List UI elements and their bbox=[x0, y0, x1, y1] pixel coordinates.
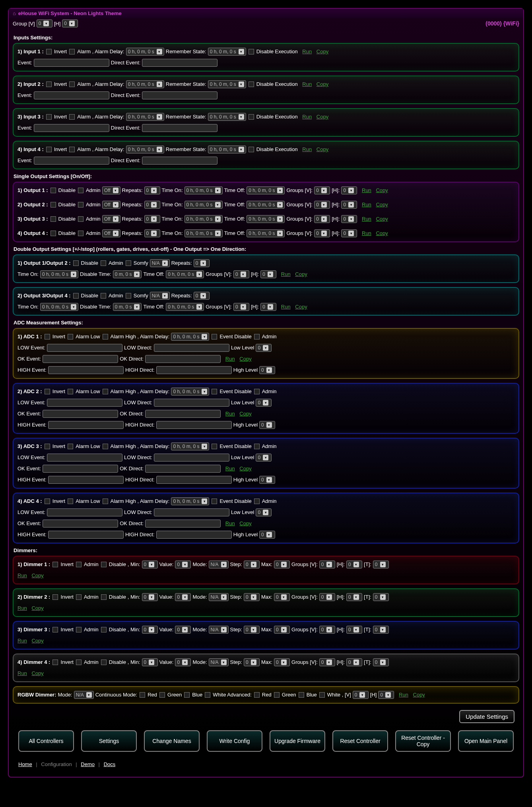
run-link[interactable]: Run bbox=[17, 669, 27, 678]
select[interactable]: 0▾ bbox=[233, 303, 249, 311]
run-link[interactable]: Run bbox=[362, 214, 371, 224]
select[interactable]: 0▾ bbox=[175, 561, 191, 568]
select[interactable]: Off▾ bbox=[102, 201, 120, 209]
select[interactable]: 0▾ bbox=[373, 658, 389, 666]
select[interactable]: 0▾ bbox=[175, 626, 191, 634]
text-input[interactable] bbox=[145, 355, 221, 363]
select[interactable]: 0▾ bbox=[144, 186, 160, 194]
checkbox[interactable] bbox=[76, 660, 82, 665]
select[interactable]: 0 h, 0 m, 0 s▾ bbox=[126, 113, 164, 121]
copy-link[interactable]: Copy bbox=[316, 47, 328, 56]
checkbox[interactable] bbox=[205, 692, 210, 698]
text-input[interactable] bbox=[142, 124, 217, 132]
select[interactable]: 0 h, 0 m, 0 s▾ bbox=[171, 333, 209, 341]
run-link[interactable]: Run bbox=[302, 112, 312, 122]
select[interactable]: 0▾ bbox=[274, 658, 290, 666]
update-settings-button[interactable]: Update Settings bbox=[459, 710, 515, 723]
select[interactable]: 0▾ bbox=[175, 658, 191, 666]
select[interactable]: 0▾ bbox=[346, 593, 362, 601]
text-input[interactable] bbox=[48, 421, 124, 429]
text-input[interactable] bbox=[142, 59, 217, 67]
run-link[interactable]: Run bbox=[362, 229, 371, 238]
select[interactable]: 0 h, 0 m, 0 s▾ bbox=[40, 303, 78, 311]
select[interactable]: 0 h, 0 m, 0 s▾ bbox=[126, 80, 164, 88]
select[interactable]: 0 h, 0 m, 0 s▾ bbox=[171, 388, 209, 396]
text-input[interactable] bbox=[48, 476, 124, 484]
checkbox[interactable] bbox=[212, 499, 217, 504]
checkbox[interactable] bbox=[69, 114, 75, 120]
checkbox[interactable] bbox=[101, 627, 107, 632]
copy-link[interactable]: Copy bbox=[376, 214, 388, 224]
checkbox[interactable] bbox=[254, 389, 260, 394]
run-link[interactable]: Run bbox=[225, 464, 235, 473]
select[interactable]: 0 h, 0 m, 0 s▾ bbox=[126, 48, 164, 56]
select[interactable]: 0 h, 0 m, 0 s▾ bbox=[208, 113, 246, 121]
text-input[interactable] bbox=[145, 410, 221, 418]
select[interactable]: N/A▾ bbox=[209, 626, 229, 634]
text-input[interactable] bbox=[34, 59, 109, 67]
group-v-select[interactable]: 0▾ bbox=[37, 19, 52, 27]
select[interactable]: 0 h, 0 m, 0 s▾ bbox=[208, 145, 246, 153]
copy-link[interactable]: Copy bbox=[376, 186, 388, 195]
select[interactable]: 0 h, 0 m, 0 s▾ bbox=[184, 201, 223, 209]
select[interactable]: 0▾ bbox=[314, 201, 330, 209]
select[interactable]: 0 h, 0 m, 0 s▾ bbox=[171, 497, 209, 505]
checkbox[interactable] bbox=[126, 260, 131, 266]
checkbox[interactable] bbox=[46, 147, 52, 152]
checkbox[interactable] bbox=[249, 114, 254, 120]
text-input[interactable] bbox=[154, 454, 229, 462]
checkbox[interactable] bbox=[249, 81, 254, 87]
run-link[interactable]: Run bbox=[302, 47, 312, 56]
footer-home[interactable]: Home bbox=[18, 761, 32, 767]
text-input[interactable] bbox=[34, 124, 109, 132]
run-link[interactable]: Run bbox=[302, 145, 312, 154]
checkbox[interactable] bbox=[69, 81, 75, 87]
select[interactable]: 0▾ bbox=[260, 270, 276, 278]
select[interactable]: 0▾ bbox=[373, 561, 389, 568]
select[interactable]: 0 h, 0 m, 0 s▾ bbox=[247, 186, 285, 194]
group-h-select[interactable]: 0▾ bbox=[62, 19, 78, 27]
checkbox[interactable] bbox=[52, 660, 58, 665]
select[interactable]: 0▾ bbox=[233, 270, 249, 278]
select[interactable]: 0▾ bbox=[256, 344, 272, 352]
checkbox[interactable] bbox=[184, 692, 190, 698]
copy-link[interactable]: Copy bbox=[31, 636, 43, 646]
select[interactable]: 0 h, 0 m, 0 s▾ bbox=[184, 229, 223, 237]
checkbox[interactable] bbox=[46, 81, 52, 87]
checkbox[interactable] bbox=[101, 660, 107, 665]
copy-link[interactable]: Copy bbox=[413, 690, 425, 700]
nav-button[interactable]: Reset Controller - Copy bbox=[395, 730, 451, 752]
text-input[interactable] bbox=[47, 454, 122, 462]
text-input[interactable] bbox=[156, 421, 232, 429]
text-input[interactable] bbox=[156, 476, 232, 484]
select[interactable]: 0▾ bbox=[244, 561, 260, 568]
checkbox[interactable] bbox=[52, 562, 58, 567]
checkbox[interactable] bbox=[101, 594, 107, 600]
select[interactable]: 0▾ bbox=[260, 303, 276, 311]
checkbox[interactable] bbox=[50, 188, 56, 193]
text-input[interactable] bbox=[154, 399, 229, 407]
run-link[interactable]: Run bbox=[17, 636, 27, 646]
text-input[interactable] bbox=[145, 520, 221, 528]
checkbox[interactable] bbox=[274, 692, 280, 698]
select[interactable]: 0▾ bbox=[142, 561, 158, 568]
select[interactable]: Off▾ bbox=[102, 229, 120, 237]
text-input[interactable] bbox=[156, 531, 232, 539]
select[interactable]: 0▾ bbox=[144, 215, 160, 223]
run-link[interactable]: Run bbox=[225, 519, 235, 528]
select[interactable]: 0▾ bbox=[378, 691, 394, 699]
select[interactable]: 0 h, 0 m, 0 s▾ bbox=[166, 303, 204, 311]
copy-link[interactable]: Copy bbox=[316, 145, 328, 154]
select[interactable]: 0▾ bbox=[144, 229, 160, 237]
checkbox[interactable] bbox=[52, 627, 58, 632]
run-link[interactable]: Run bbox=[399, 690, 408, 700]
select[interactable]: 0▾ bbox=[346, 561, 362, 568]
checkbox[interactable] bbox=[69, 147, 75, 152]
run-link[interactable]: Run bbox=[302, 80, 312, 89]
select[interactable]: 0▾ bbox=[244, 658, 260, 666]
nav-button[interactable]: Write Config bbox=[207, 730, 262, 752]
checkbox[interactable] bbox=[254, 499, 260, 504]
checkbox[interactable] bbox=[254, 444, 260, 449]
copy-link[interactable]: Copy bbox=[295, 302, 307, 312]
select[interactable]: 0▾ bbox=[274, 626, 290, 634]
